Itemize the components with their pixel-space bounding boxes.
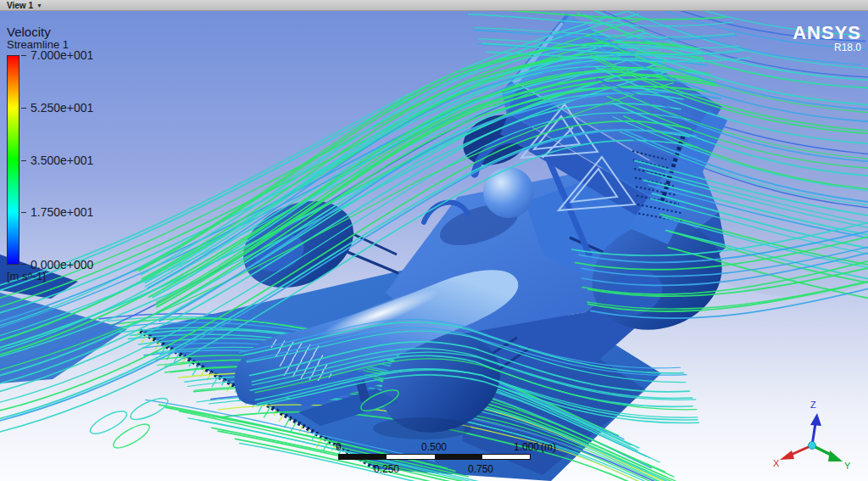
ruler-label-0: 0: [336, 441, 342, 453]
legend-tickmark: [21, 212, 26, 213]
triad-z-arrowhead: [810, 413, 821, 426]
ruler-segment: [435, 455, 482, 459]
ruler-label-1000: 1.000: [514, 441, 539, 453]
triad-origin-ball: [809, 442, 816, 450]
legend-title: Velocity: [7, 25, 151, 39]
legend-tick-label: 3.500e+001: [31, 154, 93, 167]
view-tab-bar: View 1 ▼: [0, 0, 868, 11]
legend-tick-label: 0.000e+000: [31, 258, 93, 271]
legend-colorbar-wrap: 7.000e+001 5.250e+001 3.500e+001 1.750e+…: [7, 55, 151, 265]
ruler-segment: [482, 455, 530, 459]
ansys-version: R18.0: [793, 42, 861, 53]
triad-x-arrowhead: [780, 450, 794, 460]
triad-y-label: Y: [844, 461, 851, 471]
triad-x-label: X: [773, 458, 780, 468]
legend-tickmark: [21, 160, 26, 161]
legend-tick-label: 5.250e+001: [31, 101, 93, 115]
ansys-logo-text: ANSYS: [793, 24, 861, 42]
viewport-3d[interactable]: Velocity Streamline 1 7.000e+001 5.250e+…: [0, 11, 868, 481]
scale-ruler: 0 0.500 1.000 (m) 0.250 0.750: [335, 441, 555, 477]
triad-z-label: Z: [810, 400, 816, 410]
ansys-logo: ANSYS R18.0: [793, 24, 861, 53]
view-dropdown-arrow-icon[interactable]: ▼: [36, 0, 42, 11]
view-tab[interactable]: View 1 ▼: [0, 0, 49, 11]
legend-units: [m s^-1]: [7, 270, 151, 282]
ruler-unit: (m): [541, 441, 556, 453]
ruler-segment: [387, 455, 434, 459]
ruler-label-0500: 0.500: [421, 441, 447, 453]
triad-y-arrowhead: [828, 450, 843, 461]
legend-colorbar: [7, 55, 19, 265]
ruler-label-0250: 0.250: [374, 463, 399, 475]
ruler-bar: [338, 454, 531, 460]
ruler-label-0750: 0.750: [468, 463, 493, 475]
velocity-legend: Velocity Streamline 1 7.000e+001 5.250e+…: [7, 25, 151, 282]
legend-tickmark: [21, 108, 26, 109]
legend-tick-label: 7.000e+001: [31, 48, 93, 62]
legend-tickmark: [21, 264, 26, 265]
legend-tickmark: [21, 55, 26, 56]
orientation-triad[interactable]: Z X Y: [760, 396, 854, 478]
view-tab-label: View 1: [7, 0, 33, 11]
ruler-segment: [339, 455, 387, 459]
ansys-cfd-window: View 1 ▼: [0, 0, 868, 481]
legend-tick-label: 1.750e+001: [31, 205, 93, 219]
